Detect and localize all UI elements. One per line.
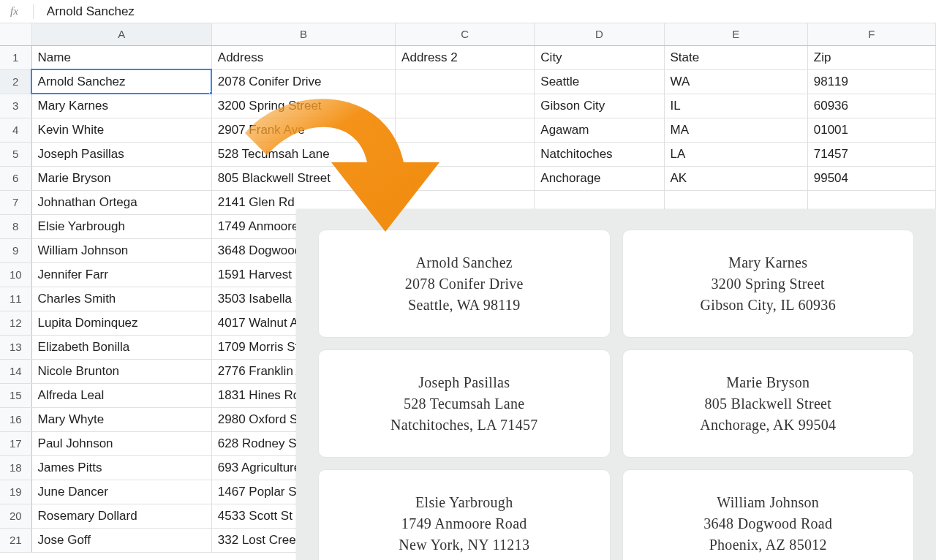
col-header-D[interactable]: D bbox=[535, 23, 664, 45]
row-number[interactable]: 7 bbox=[0, 190, 31, 214]
label-address: 805 Blackwell Street bbox=[704, 393, 831, 415]
cell-A1[interactable]: Name bbox=[31, 45, 211, 69]
cell-D5[interactable]: Natchitoches bbox=[535, 142, 664, 166]
table-row: 5Joseph Pasillas528 Tecumsah LaneNatchit… bbox=[0, 142, 936, 166]
cell-A11[interactable]: Charles Smith bbox=[31, 287, 211, 311]
cell-A18[interactable]: James Pitts bbox=[31, 455, 211, 480]
cell-E6[interactable]: AK bbox=[664, 166, 807, 190]
label-name: Elsie Yarbrough bbox=[415, 492, 513, 513]
row-number[interactable]: 6 bbox=[0, 166, 31, 190]
cell-B6[interactable]: 805 Blackwell Street bbox=[211, 166, 395, 190]
label-city: Phoenix, AZ 85012 bbox=[709, 534, 827, 556]
cell-C3[interactable] bbox=[396, 94, 535, 118]
cell-E3[interactable]: IL bbox=[664, 94, 807, 118]
row-number[interactable]: 16 bbox=[0, 407, 31, 431]
label-address: 528 Tecumsah Lane bbox=[404, 393, 525, 415]
cell-A10[interactable]: Jennifer Farr bbox=[31, 262, 211, 287]
cell-F6[interactable]: 99504 bbox=[807, 166, 935, 190]
label-address: 3200 Spring Street bbox=[712, 273, 825, 295]
cell-A16[interactable]: Mary Whyte bbox=[31, 407, 211, 431]
cell-B3[interactable]: 3200 Spring Street bbox=[211, 94, 395, 118]
fx-icon[interactable]: fx bbox=[6, 5, 23, 18]
cell-F2[interactable]: 98119 bbox=[807, 69, 935, 94]
cell-A20[interactable]: Rosemary Dollard bbox=[31, 504, 211, 528]
cell-C1[interactable]: Address 2 bbox=[396, 45, 535, 69]
cell-A6[interactable]: Marie Bryson bbox=[31, 166, 211, 190]
cell-A8[interactable]: Elsie Yarbrough bbox=[31, 214, 211, 238]
row-number[interactable]: 12 bbox=[0, 311, 31, 335]
cell-B2[interactable]: 2078 Conifer Drive bbox=[211, 69, 395, 94]
row-number[interactable]: 1 bbox=[0, 45, 31, 69]
cell-B5[interactable]: 528 Tecumsah Lane bbox=[211, 142, 395, 166]
row-number[interactable]: 17 bbox=[0, 431, 31, 455]
cell-B1[interactable]: Address bbox=[211, 45, 395, 69]
cell-C6[interactable] bbox=[396, 166, 535, 190]
cell-C2[interactable] bbox=[396, 69, 535, 94]
row-number[interactable]: 13 bbox=[0, 335, 31, 359]
row-number[interactable]: 21 bbox=[0, 528, 31, 552]
cell-A3[interactable]: Mary Karnes bbox=[31, 94, 211, 118]
label-name: Joseph Pasillas bbox=[418, 372, 510, 393]
row-number[interactable]: 11 bbox=[0, 287, 31, 311]
label-address: 1749 Anmoore Road bbox=[401, 513, 527, 534]
row-number[interactable]: 3 bbox=[0, 94, 31, 118]
row-number[interactable]: 5 bbox=[0, 142, 31, 166]
col-header-A[interactable]: A bbox=[31, 23, 211, 45]
cell-F1[interactable]: Zip bbox=[807, 45, 935, 69]
col-header-F[interactable]: F bbox=[807, 23, 935, 45]
corner-cell[interactable] bbox=[0, 23, 31, 45]
address-label: Joseph Pasillas528 Tecumsah LaneNatchito… bbox=[318, 349, 611, 458]
selection-handle[interactable] bbox=[209, 91, 212, 94]
cell-A12[interactable]: Lupita Dominquez bbox=[31, 311, 211, 335]
cell-C5[interactable] bbox=[396, 142, 535, 166]
row-number[interactable]: 14 bbox=[0, 359, 31, 383]
cell-A7[interactable]: Johnathan Ortega bbox=[31, 190, 211, 214]
cell-D2[interactable]: Seattle bbox=[535, 69, 664, 94]
cell-A14[interactable]: Nicole Brunton bbox=[31, 359, 211, 383]
label-city: Seattle, WA 98119 bbox=[408, 295, 520, 316]
cell-B4[interactable]: 2907 Frank Ave bbox=[211, 118, 395, 142]
cell-E2[interactable]: WA bbox=[664, 69, 807, 94]
address-label: Mary Karnes3200 Spring StreetGibson City… bbox=[622, 230, 915, 338]
cell-A2[interactable]: Arnold Sanchez bbox=[31, 69, 211, 94]
row-number[interactable]: 15 bbox=[0, 383, 31, 407]
cell-E1[interactable]: State bbox=[664, 45, 807, 69]
cell-F5[interactable]: 71457 bbox=[807, 142, 935, 166]
row-number[interactable]: 18 bbox=[0, 455, 31, 480]
address-label: Elsie Yarbrough1749 Anmoore RoadNew York… bbox=[318, 469, 611, 560]
label-name: Marie Bryson bbox=[726, 372, 809, 393]
row-number[interactable]: 8 bbox=[0, 214, 31, 238]
cell-D4[interactable]: Agawam bbox=[535, 118, 664, 142]
cell-A13[interactable]: Elizabeth Bonilla bbox=[31, 335, 211, 359]
cell-A19[interactable]: June Dancer bbox=[31, 480, 211, 504]
cell-E4[interactable]: MA bbox=[664, 118, 807, 142]
cell-F3[interactable]: 60936 bbox=[807, 94, 935, 118]
cell-A17[interactable]: Paul Johnson bbox=[31, 431, 211, 455]
row-number[interactable]: 2 bbox=[0, 69, 31, 94]
formula-bar: fx bbox=[0, 0, 936, 23]
cell-C4[interactable] bbox=[396, 118, 535, 142]
address-label: Arnold Sanchez2078 Conifer DriveSeattle,… bbox=[318, 230, 611, 338]
cell-F4[interactable]: 01001 bbox=[807, 118, 935, 142]
row-number[interactable]: 20 bbox=[0, 504, 31, 528]
labels-panel: Arnold Sanchez2078 Conifer DriveSeattle,… bbox=[296, 209, 936, 560]
row-number[interactable]: 9 bbox=[0, 238, 31, 262]
cell-D6[interactable]: Anchorage bbox=[535, 166, 664, 190]
formula-input[interactable] bbox=[44, 4, 930, 19]
col-header-B[interactable]: B bbox=[211, 23, 395, 45]
row-number[interactable]: 10 bbox=[0, 262, 31, 287]
cell-D3[interactable]: Gibson City bbox=[535, 94, 664, 118]
cell-D1[interactable]: City bbox=[535, 45, 664, 69]
col-header-E[interactable]: E bbox=[664, 23, 807, 45]
cell-E5[interactable]: LA bbox=[664, 142, 807, 166]
cell-A21[interactable]: Jose Goff bbox=[31, 528, 211, 552]
cell-A4[interactable]: Kevin White bbox=[31, 118, 211, 142]
cell-A15[interactable]: Alfreda Leal bbox=[31, 383, 211, 407]
label-name: William Johnson bbox=[717, 492, 819, 513]
fx-divider bbox=[33, 4, 34, 19]
row-number[interactable]: 4 bbox=[0, 118, 31, 142]
col-header-C[interactable]: C bbox=[396, 23, 535, 45]
cell-A5[interactable]: Joseph Pasillas bbox=[31, 142, 211, 166]
cell-A9[interactable]: William Johnson bbox=[31, 238, 211, 262]
row-number[interactable]: 19 bbox=[0, 480, 31, 504]
